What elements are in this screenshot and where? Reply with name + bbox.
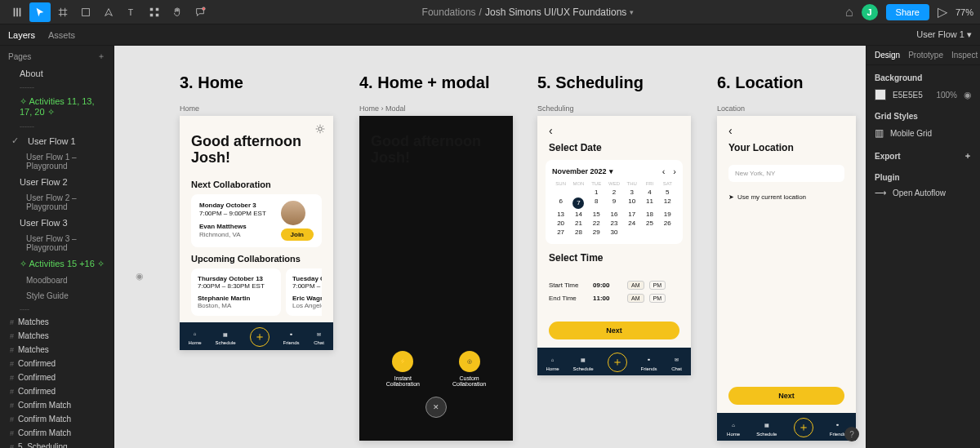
calendar-day[interactable]: 29 <box>588 228 605 236</box>
layer-row[interactable]: #Confirmed <box>0 357 114 370</box>
layer-row[interactable]: #5. Scheduling <box>0 440 114 448</box>
nav-home[interactable]: ⌂Home <box>727 419 740 437</box>
main-menu-icon[interactable] <box>7 2 28 22</box>
move-tool-icon[interactable] <box>29 2 51 22</box>
nav-home[interactable]: ⌂Home <box>188 328 201 345</box>
page-item[interactable]: ✧ Activities 11, 13, 17, 20 ✧ <box>0 93 114 121</box>
bg-opacity[interactable]: 100% <box>936 91 957 100</box>
next-collab-card[interactable]: Monday October 3 7:00PM – 9:00PM EST Eva… <box>191 194 322 247</box>
layer-row[interactable]: #Confirm Match <box>0 398 114 412</box>
nav-schedule[interactable]: ▦Schedule <box>215 328 235 345</box>
user-avatar[interactable]: J <box>862 4 878 20</box>
page-item[interactable]: User Flow 3 – Playground <box>0 231 114 255</box>
calendar-day[interactable]: 4 <box>641 189 658 196</box>
bg-swatch[interactable] <box>875 89 886 100</box>
share-button[interactable]: Share <box>886 4 929 20</box>
calendar-day[interactable]: 14 <box>570 211 587 218</box>
nav-add[interactable]: ＋ <box>250 327 270 347</box>
add-page-icon[interactable]: ＋ <box>97 51 105 62</box>
hand-tool-icon[interactable] <box>167 2 188 22</box>
frame-tool-icon[interactable] <box>52 2 74 22</box>
layer-row[interactable]: #Confirm Match <box>0 426 114 440</box>
design-tab[interactable]: Design <box>875 51 900 60</box>
instant-collab-button[interactable]: ⚡ Instant Collaboration <box>386 351 420 387</box>
calendar-day[interactable]: 7 <box>570 197 587 209</box>
calendar-day[interactable]: 16 <box>605 211 622 218</box>
custom-collab-button[interactable]: ◎ Custom Collaboration <box>452 351 486 387</box>
calendar-day[interactable]: 17 <box>623 211 640 218</box>
calendar[interactable]: November 2022 ▾ ‹› SUNMONTUEWEDTHUFRISAT… <box>546 160 683 244</box>
assets-tab[interactable]: Assets <box>48 30 75 40</box>
join-button[interactable]: Join <box>281 228 314 241</box>
resources-icon[interactable] <box>144 2 165 22</box>
chevron-down-icon[interactable]: ▾ <box>630 8 634 16</box>
pen-tool-icon[interactable] <box>98 2 119 22</box>
inspect-tab[interactable]: Inspect <box>951 51 978 60</box>
grid-style-row[interactable]: ▥ Mobile Grid <box>866 124 980 142</box>
calendar-day[interactable]: 27 <box>552 228 569 236</box>
calendar-day[interactable]: 24 <box>623 220 640 227</box>
calendar-day[interactable]: 9 <box>605 197 622 209</box>
layer-row[interactable]: #Matches <box>0 315 114 329</box>
comment-tool-icon[interactable] <box>189 2 211 22</box>
nav-friends[interactable]: ⚭Friends <box>830 419 846 437</box>
calendar-day[interactable]: 15 <box>588 211 605 218</box>
nav-add[interactable]: ＋ <box>794 418 813 437</box>
nav-schedule[interactable]: ▦Schedule <box>572 354 593 371</box>
help-button[interactable]: ? <box>844 427 859 441</box>
close-modal-button[interactable]: ✕ <box>425 397 447 418</box>
layer-row[interactable]: #Confirmed <box>0 384 114 398</box>
calendar-day[interactable]: 22 <box>588 220 605 227</box>
calendar-day[interactable]: 28 <box>570 228 587 236</box>
nav-home[interactable]: ⌂Home <box>546 354 559 371</box>
page-item[interactable]: ✧ Activities 15 +16 ✧ <box>0 255 114 273</box>
calendar-day[interactable]: 25 <box>641 220 658 227</box>
nav-chat[interactable]: ✉Chat <box>670 354 682 371</box>
prev-month-icon[interactable]: ‹ <box>662 166 666 176</box>
bg-value[interactable]: E5E5E5 <box>893 91 923 100</box>
calendar-day[interactable]: 2 <box>605 189 622 196</box>
pm-toggle[interactable]: PM <box>649 281 666 290</box>
calendar-day[interactable]: 26 <box>659 220 676 227</box>
frame-label[interactable]: Home › Modal <box>359 104 513 113</box>
layer-row[interactable]: #Confirm Match <box>0 412 114 426</box>
page-dropdown[interactable]: User Flow 1 ▾ <box>916 29 972 40</box>
location-input[interactable]: New York, NY <box>728 165 844 182</box>
calendar-day[interactable]: 10 <box>623 197 640 209</box>
calendar-day[interactable]: 12 <box>659 197 676 209</box>
calendar-day[interactable]: 11 <box>641 197 658 209</box>
layer-row[interactable]: #Matches <box>0 343 114 357</box>
plugin-row[interactable]: ⟶ Open Autoflow <box>866 185 980 201</box>
next-month-icon[interactable]: › <box>673 166 676 176</box>
month-selector[interactable]: November 2022 ▾ <box>552 167 613 175</box>
upcoming-card[interactable]: Tuesday O 7:00PM – 8 Eric Wagn Los Angel… <box>286 268 322 316</box>
calendar-day[interactable]: 20 <box>552 220 569 227</box>
upcoming-card[interactable]: Thursday October 13 7:00PM – 8:30PM EST … <box>191 268 281 316</box>
page-item[interactable]: ✓ User Flow 1 <box>0 132 114 149</box>
calendar-day[interactable]: 23 <box>605 220 622 227</box>
nav-friends[interactable]: ⚭Friends <box>640 354 657 371</box>
settings-icon[interactable] <box>315 124 325 135</box>
breadcrumb-parent[interactable]: Foundations <box>422 7 476 18</box>
calendar-day[interactable]: 18 <box>641 211 658 218</box>
nav-chat[interactable]: ✉Chat <box>313 328 324 345</box>
add-export-icon[interactable]: ＋ <box>964 150 972 162</box>
canvas[interactable]: ◉ 3. Home Home Good afternoonJosh! Next … <box>114 46 866 448</box>
page-item[interactable]: User Flow 1 – Playground <box>0 149 114 174</box>
use-current-location[interactable]: ➤Use my current location <box>728 193 844 201</box>
headset-icon[interactable]: ⌂ <box>845 5 853 20</box>
calendar-day[interactable]: 1 <box>588 189 605 196</box>
back-button[interactable]: ‹ <box>717 116 856 137</box>
calendar-day[interactable]: 3 <box>623 189 640 196</box>
frame-label[interactable]: Scheduling <box>537 104 691 113</box>
frame-label[interactable]: Location <box>717 104 856 113</box>
page-item[interactable]: User Flow 3 <box>0 215 114 231</box>
layer-row[interactable]: #Confirmed <box>0 370 114 384</box>
page-item[interactable]: User Flow 2 – Playground <box>0 190 114 215</box>
calendar-day[interactable]: 5 <box>659 189 676 196</box>
present-icon[interactable]: ▷ <box>938 4 947 20</box>
prototype-tab[interactable]: Prototype <box>908 51 943 60</box>
next-button[interactable]: Next <box>728 387 844 405</box>
calendar-day[interactable]: 19 <box>659 211 676 218</box>
page-item[interactable]: About <box>0 65 114 82</box>
